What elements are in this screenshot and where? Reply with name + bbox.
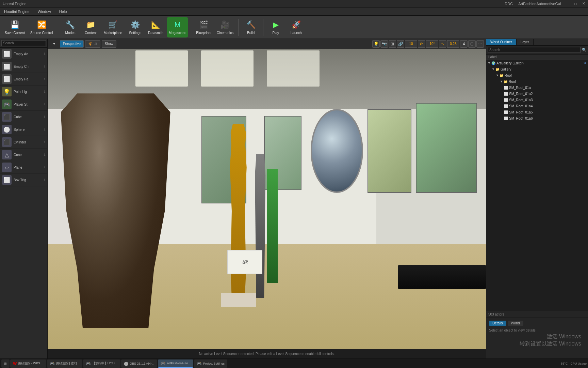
ue-label-2: 路径追踪 | 虚幻...	[56, 361, 80, 366]
empty-ac-label: Empty Ac	[14, 52, 42, 56]
world-outliner-tab[interactable]: World Outliner	[486, 39, 517, 45]
green-figure	[267, 169, 278, 283]
blueprints-button[interactable]: 🎬 Blueprints	[194, 17, 213, 37]
point-light-icon: 💡	[2, 87, 12, 96]
empty-ch-label: Empty Ch	[14, 65, 42, 68]
world-search-input[interactable]	[488, 47, 581, 53]
vp-scale-btn[interactable]: ⤡	[439, 40, 446, 48]
left-item-cylinder[interactable]: ⬛ Cylinder ℹ	[0, 136, 47, 149]
vp-scale-value[interactable]	[447, 40, 459, 48]
viewport-3d[interactable]: PLANINFO	[48, 49, 486, 349]
plane-icon: ▱	[2, 163, 12, 172]
left-item-cone[interactable]: △ Cone ℹ	[0, 149, 47, 161]
outliner-roof-group[interactable]: ▼ 📁 Roof	[486, 72, 588, 78]
title-bar-right: DDC ArtFashionAutomotiveGal ─ □ ✕	[505, 1, 585, 6]
taskbar-ue4[interactable]: 🎮 【热招中】UE4+...	[83, 359, 120, 368]
layer-tab[interactable]: Layer	[517, 39, 534, 45]
point-light-label: Point Lig	[14, 90, 42, 94]
save-current-button[interactable]: 💾 Save Current	[3, 17, 27, 37]
toolbar-sep-1	[58, 19, 58, 36]
left-search-input[interactable]	[1, 40, 46, 46]
source-control-button[interactable]: 🔀 Source Control	[28, 17, 55, 37]
outliner-sm-roof-01a5-label: SM_Roof_01a5	[509, 110, 588, 114]
left-item-empty-ch[interactable]: ⬜ Empty Ch ℹ	[0, 60, 47, 73]
left-item-cube[interactable]: ⬛ Cube ℹ	[0, 111, 47, 123]
menu-window[interactable]: Window	[36, 9, 52, 14]
window-close[interactable]: ✕	[582, 1, 585, 6]
show-btn[interactable]: Show	[102, 40, 116, 48]
outliner-roof[interactable]: ▼ 📁 Roof	[486, 78, 588, 85]
taskbar-artfashion[interactable]: 🎮 ArtFashionAuto...	[158, 359, 194, 368]
cpu-label: CPU Usage	[570, 362, 587, 365]
lit-btn[interactable]: 🔆 Lit	[85, 40, 100, 48]
outliner-root[interactable]: ▼ 🌍 ArtGallery (Editor) 👁	[486, 60, 588, 66]
marketplace-button[interactable]: 🛒 Marketplace	[102, 17, 124, 37]
viewport-menu-btn[interactable]: ▼	[50, 40, 59, 48]
details-tab[interactable]: Details	[489, 321, 506, 326]
empty-ac-icon: ⬜	[2, 49, 12, 59]
build-button[interactable]: 🔨 Build	[241, 17, 260, 37]
figure-statue	[254, 154, 267, 298]
perspective-btn[interactable]: Perspective	[60, 40, 84, 48]
left-item-empty-ac[interactable]: ⬜ Empty Ac ℹ	[0, 48, 47, 60]
settings-button[interactable]: ⚙️ Settings	[126, 17, 145, 37]
menu-houdini-engine[interactable]: Houdini Engine	[3, 9, 31, 14]
play-button[interactable]: ▶ Play	[266, 17, 285, 37]
vp-snap-btn[interactable]: 🔗	[397, 40, 404, 48]
sequencer-status-text: No active Level Sequencer detected. Plea…	[199, 352, 335, 356]
window-minimize[interactable]: ─	[567, 2, 569, 6]
project-settings-icon: 🎮	[197, 361, 202, 366]
viewport-statusbar: No active Level Sequencer detected. Plea…	[48, 349, 486, 358]
taskbar-right: 55°C CPU Usage	[561, 362, 587, 365]
left-item-sphere[interactable]: ⚪ Sphere ℹ	[0, 123, 47, 136]
blueprints-icon: 🎬	[198, 19, 209, 30]
vp-settings-btn[interactable]: ⋯	[476, 40, 484, 48]
artfashion-icon: 🎮	[161, 361, 166, 366]
content-button[interactable]: 📁 Content	[81, 17, 100, 37]
outliner-column-header: Label	[486, 55, 588, 60]
vp-angle-btn[interactable]: ⟳	[418, 40, 425, 48]
vp-grid-size[interactable]	[405, 40, 417, 48]
world-tab[interactable]: World	[508, 321, 523, 326]
taskbar-win-btn[interactable]: ⊞	[1, 359, 10, 368]
outliner-sm-roof-01a5[interactable]: ⬜ SM_Roof_01a5	[486, 109, 588, 115]
outliner-sm-roof-01a[interactable]: ⬜ SM_Roof_01a	[486, 85, 588, 91]
outliner-sm-roof-01a4-label: SM_Roof_01a4	[509, 104, 588, 108]
empty-ac-info: ℹ	[44, 52, 45, 56]
launch-button[interactable]: 🚀 Launch	[287, 17, 306, 37]
outliner-gallery[interactable]: ▼ 📁 Gallery	[486, 66, 588, 72]
vp-maximize-btn[interactable]: ⊡	[468, 40, 476, 48]
wps-icon: W	[13, 361, 17, 366]
left-item-plane[interactable]: ▱ Plane ℹ	[0, 161, 47, 174]
outliner-sm-roof-01a4[interactable]: ⬜ SM_Roof_01a4	[486, 103, 588, 109]
world-outliner-list[interactable]: ▼ 🌍 ArtGallery (Editor) 👁 ▼ 📁 Gallery ▼ …	[486, 60, 588, 311]
window-maximize[interactable]: □	[574, 2, 577, 6]
sphere-icon: ⚪	[2, 125, 12, 134]
vp-camera-speed-btn[interactable]: 4	[460, 40, 468, 48]
modes-button[interactable]: 🔧 Modes	[61, 17, 80, 37]
vp-angle-value[interactable]	[426, 40, 438, 48]
vp-cam-btn[interactable]: 📷	[380, 40, 388, 48]
outliner-sm-roof-01a3[interactable]: ⬜ SM_Roof_01a3	[486, 97, 588, 103]
main-layout: ⬜ Empty Ac ℹ ⬜ Empty Ch ℹ ⬜ Empty Pa ℹ 💡…	[0, 39, 588, 358]
taskbar-project-settings[interactable]: 🎮 Project Settings	[194, 359, 227, 368]
cinematics-button[interactable]: 🎥 Cinematics	[215, 17, 235, 37]
left-item-box-trigger[interactable]: ⬜ Box Trig ℹ	[0, 174, 47, 186]
player-start-icon: 🎮	[2, 99, 12, 109]
outliner-sm-roof-01a6[interactable]: ⬜ SM_Roof_01a6	[486, 115, 588, 121]
left-item-player-start[interactable]: 🎮 Player St ℹ	[0, 98, 47, 111]
outliner-sm-roof-01a2[interactable]: ⬜ SM_Roof_01a2	[486, 91, 588, 97]
datasmith-button[interactable]: 📐 Datasmith	[146, 17, 165, 37]
menu-help[interactable]: Help	[58, 9, 68, 14]
megascans-button[interactable]: M Megascans	[167, 17, 188, 37]
label-col-header: Label	[488, 55, 496, 59]
left-item-empty-pa[interactable]: ⬜ Empty Pa ℹ	[0, 73, 47, 86]
megascans-icon: M	[172, 19, 183, 30]
napoleon-bust	[61, 93, 170, 328]
left-item-point-light[interactable]: 💡 Point Lig ℹ	[0, 86, 47, 98]
taskbar-obs[interactable]: ⬤ OBS 26.1.1 (64-...	[121, 359, 157, 368]
taskbar-ue-item[interactable]: 🎮 路径追踪 | 虚幻...	[47, 359, 82, 368]
vp-light-btn[interactable]: 💡	[372, 40, 380, 48]
taskbar-wps[interactable]: W 路径追踪 - WPS ...	[10, 359, 46, 368]
vp-grid-btn[interactable]: ⊞	[389, 40, 396, 48]
